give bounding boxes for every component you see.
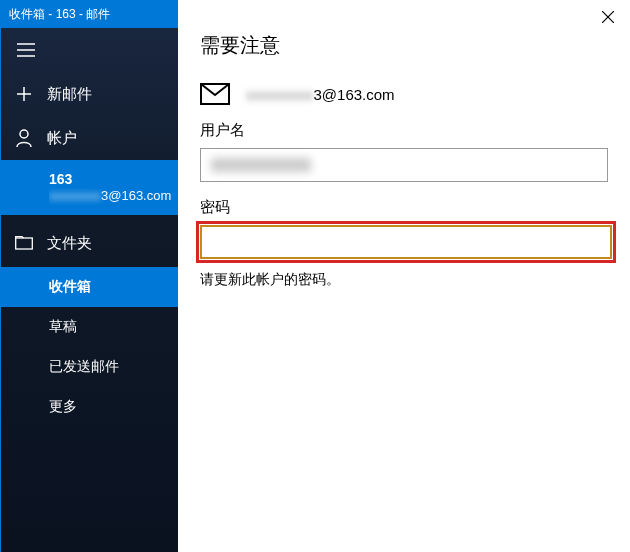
folder-sent[interactable]: 已发送邮件 xyxy=(1,347,178,387)
folder-label: 已发送邮件 xyxy=(49,358,119,376)
accounts-button[interactable]: 帐户 xyxy=(1,116,178,160)
folder-more[interactable]: 更多 xyxy=(1,387,178,427)
password-field-wrap xyxy=(200,225,612,259)
person-icon xyxy=(15,129,33,147)
close-button[interactable] xyxy=(596,6,620,30)
dialog-heading: 需要注意 xyxy=(200,32,612,59)
help-text: 请更新此帐户的密码。 xyxy=(200,271,612,289)
window-title: 收件箱 - 163 - 邮件 xyxy=(9,6,110,23)
folder-label: 收件箱 xyxy=(49,278,91,296)
username-value xyxy=(211,158,311,172)
app-root: 收件箱 - 163 - 邮件 新邮件 帐户 163 xxxxxxxx3@163.… xyxy=(0,0,630,552)
password-label: 密码 xyxy=(200,198,612,217)
account-name: 163 xyxy=(49,170,178,188)
folder-inbox[interactable]: 收件箱 xyxy=(1,267,178,307)
username-input[interactable] xyxy=(200,148,608,182)
sidebar: 收件箱 - 163 - 邮件 新邮件 帐户 163 xxxxxxxx3@163.… xyxy=(0,0,178,552)
svg-point-5 xyxy=(20,130,28,138)
accounts-label: 帐户 xyxy=(47,129,77,148)
account-email: xxxxxxxx3@163.com xyxy=(49,188,178,205)
password-input[interactable] xyxy=(200,225,612,259)
folder-icon xyxy=(15,236,33,250)
attention-dialog: 需要注意 xxxxxxxxx3@163.com 用户名 密码 请更新此帐户的密码… xyxy=(178,0,630,552)
account-email-row: xxxxxxxxx3@163.com xyxy=(200,83,612,105)
account-item-163[interactable]: 163 xxxxxxxx3@163.com xyxy=(1,160,178,215)
window-titlebar: 收件箱 - 163 - 邮件 xyxy=(1,0,178,28)
plus-icon xyxy=(15,86,33,102)
username-label: 用户名 xyxy=(200,121,612,140)
new-mail-button[interactable]: 新邮件 xyxy=(1,72,178,116)
account-email-text: xxxxxxxxx3@163.com xyxy=(246,86,395,103)
folder-list: 收件箱 草稿 已发送邮件 更多 xyxy=(1,267,178,427)
folder-label: 更多 xyxy=(49,398,77,416)
close-icon xyxy=(602,10,614,26)
new-mail-label: 新邮件 xyxy=(47,85,92,104)
svg-rect-6 xyxy=(16,238,33,249)
folders-label: 文件夹 xyxy=(47,234,92,253)
hamburger-icon xyxy=(17,43,35,57)
folder-drafts[interactable]: 草稿 xyxy=(1,307,178,347)
folder-label: 草稿 xyxy=(49,318,77,336)
folders-button[interactable]: 文件夹 xyxy=(1,221,178,265)
hamburger-button[interactable] xyxy=(1,28,178,72)
mail-icon xyxy=(200,83,230,105)
